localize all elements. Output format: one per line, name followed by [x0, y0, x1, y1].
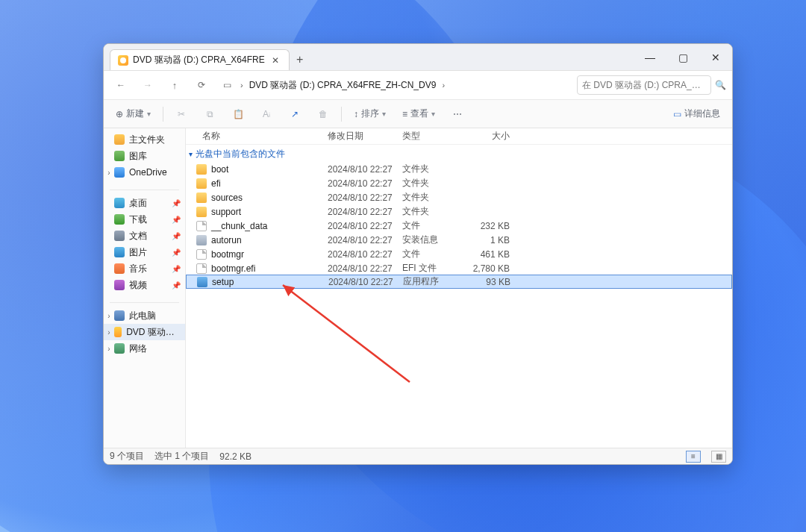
- file-row[interactable]: boot2024/8/10 22:27文件夹: [186, 162, 732, 176]
- details-pane-button[interactable]: ▭ 详细信息: [669, 104, 725, 124]
- up-button[interactable]: ↑: [162, 74, 187, 96]
- sort-button[interactable]: ↕ 排序 ▾: [349, 104, 390, 124]
- file-date: 2024/8/10 22:27: [328, 235, 402, 245]
- details-view-button[interactable]: ≡: [686, 451, 701, 463]
- icons-view-button[interactable]: ▦: [711, 451, 726, 463]
- pin-icon: 📌: [172, 216, 181, 224]
- chevron-right-icon[interactable]: ›: [105, 328, 113, 337]
- sidebar-item-dvd[interactable]: ›DVD 驱动器 (D:) C: [104, 324, 185, 340]
- more-button[interactable]: ⋯: [447, 104, 468, 124]
- file-name: bootmgr: [211, 249, 244, 260]
- file-date: 2024/8/10 22:27: [328, 193, 402, 203]
- file-size: 93 KB: [467, 277, 519, 287]
- file-type: 文件夹: [402, 177, 466, 190]
- copy-button[interactable]: ⧉: [199, 104, 220, 124]
- file-name: setup: [212, 277, 234, 287]
- view-button[interactable]: ≡ 查看 ▾: [398, 104, 440, 124]
- sidebar-item-desktop[interactable]: 桌面📌: [104, 195, 185, 211]
- column-headers: 名称 修改日期 类型 大小: [186, 128, 732, 145]
- file-row[interactable]: bootmgr.efi2024/8/10 22:27EFI 文件2,780 KB: [186, 261, 732, 275]
- tab-title: DVD 驱动器 (D:) CPRA_X64FRE: [133, 54, 265, 66]
- file-icon: [196, 263, 207, 274]
- pin-icon: 📌: [172, 199, 181, 207]
- refresh-button[interactable]: ⟳: [189, 74, 214, 96]
- video-icon: [114, 280, 125, 290]
- maximize-button[interactable]: ▢: [666, 44, 699, 70]
- file-name: support: [211, 207, 241, 217]
- chevron-down-icon[interactable]: ▾: [189, 150, 193, 158]
- file-name: autorun: [211, 235, 242, 245]
- file-icon: [196, 235, 207, 245]
- sidebar-item-home[interactable]: 主文件夹: [104, 131, 185, 148]
- file-list[interactable]: ▾ 光盘中当前包含的文件 boot2024/8/10 22:27文件夹efi20…: [186, 145, 732, 448]
- sidebar-item-downloads[interactable]: 下载📌: [104, 211, 185, 228]
- file-name: __chunk_data: [211, 221, 267, 231]
- file-type: 文件夹: [402, 191, 466, 204]
- file-date: 2024/8/10 22:27: [328, 178, 402, 189]
- col-type[interactable]: 类型: [402, 130, 466, 143]
- rename-button[interactable]: Aᵢ: [256, 104, 277, 124]
- body: 主文件夹 图库 ›OneDrive 桌面📌 下载📌 文档📌 图片📌 音乐📌 视频…: [104, 128, 732, 448]
- sidebar-item-documents[interactable]: 文档📌: [104, 228, 185, 244]
- dvd-icon: [114, 327, 122, 337]
- file-type: EFI 文件: [402, 262, 466, 275]
- chevron-right-icon[interactable]: ›: [105, 169, 113, 177]
- file-row[interactable]: setup2024/8/10 22:27应用程序93 KB: [186, 275, 732, 289]
- sidebar-item-pictures[interactable]: 图片📌: [104, 244, 185, 260]
- search-icon[interactable]: 🔍: [713, 80, 728, 90]
- file-date: 2024/8/10 22:27: [328, 277, 403, 287]
- forward-button[interactable]: →: [135, 74, 160, 96]
- back-button[interactable]: ←: [108, 74, 134, 96]
- file-type: 文件: [402, 248, 466, 260]
- group-header[interactable]: ▾ 光盘中当前包含的文件: [186, 145, 732, 162]
- new-button[interactable]: ⊕ 新建 ▾: [111, 104, 155, 124]
- file-list-area: 名称 修改日期 类型 大小 ▾ 光盘中当前包含的文件 boot2024/8/10…: [186, 128, 732, 448]
- sidebar-item-network[interactable]: ›网络: [104, 340, 185, 357]
- file-row[interactable]: support2024/8/10 22:27文件夹: [186, 204, 732, 219]
- sidebar-item-music[interactable]: 音乐📌: [104, 260, 185, 277]
- file-row[interactable]: __chunk_data2024/8/10 22:27文件232 KB: [186, 219, 732, 233]
- sidebar-item-videos[interactable]: 视频📌: [104, 277, 185, 293]
- pc-icon: [114, 310, 125, 321]
- file-date: 2024/8/10 22:27: [328, 207, 402, 217]
- file-icon: [196, 249, 207, 260]
- sidebar-item-onedrive[interactable]: ›OneDrive: [104, 164, 185, 181]
- minimize-button[interactable]: —: [634, 44, 666, 70]
- share-button[interactable]: ↗: [284, 104, 305, 124]
- file-icon: [197, 277, 207, 287]
- delete-button[interactable]: 🗑: [313, 104, 334, 124]
- search-input[interactable]: 在 DVD 驱动器 (D:) CPRA_X64FRE_ZH: [577, 75, 711, 95]
- screen-icon: ▭: [219, 80, 234, 90]
- close-button[interactable]: ✕: [699, 44, 732, 70]
- file-row[interactable]: autorun2024/8/10 22:27安装信息1 KB: [186, 233, 732, 247]
- document-icon: [114, 231, 125, 241]
- svg-line-0: [283, 285, 410, 382]
- tab[interactable]: DVD 驱动器 (D:) CPRA_X64FRE ✕: [110, 49, 290, 70]
- status-size: 92.2 KB: [219, 451, 252, 462]
- file-row[interactable]: sources2024/8/10 22:27文件夹: [186, 190, 732, 204]
- col-size[interactable]: 大小: [466, 130, 519, 143]
- annotation-arrow: [275, 278, 425, 389]
- sidebar-item-gallery[interactable]: 图库: [104, 148, 185, 164]
- file-icon: [196, 207, 207, 217]
- tab-close-icon[interactable]: ✕: [269, 54, 281, 66]
- file-type: 文件: [402, 219, 466, 232]
- breadcrumb[interactable]: ▭ › DVD 驱动器 (D:) CPRA_X64FRE_ZH-CN_DV9 ›: [216, 75, 575, 96]
- file-row[interactable]: bootmgr2024/8/10 22:27文件461 KB: [186, 247, 732, 261]
- chevron-right-icon[interactable]: ›: [105, 345, 113, 353]
- new-tab-button[interactable]: +: [290, 49, 310, 70]
- status-count: 9 个项目: [110, 450, 144, 463]
- sidebar: 主文件夹 图库 ›OneDrive 桌面📌 下载📌 文档📌 图片📌 音乐📌 视频…: [104, 128, 186, 448]
- paste-button[interactable]: 📋: [228, 104, 249, 124]
- col-date[interactable]: 修改日期: [328, 130, 402, 143]
- cut-button[interactable]: ✂: [171, 104, 192, 124]
- chevron-right-icon[interactable]: ›: [105, 312, 113, 320]
- titlebar: DVD 驱动器 (D:) CPRA_X64FRE ✕ + — ▢ ✕: [104, 44, 732, 70]
- col-name[interactable]: 名称: [186, 130, 328, 143]
- file-row[interactable]: efi2024/8/10 22:27文件夹: [186, 176, 732, 190]
- file-name: boot: [211, 164, 228, 175]
- file-date: 2024/8/10 22:27: [328, 221, 402, 231]
- desktop-icon: [114, 198, 125, 208]
- file-icon: [196, 178, 207, 189]
- sidebar-item-thispc[interactable]: ›此电脑: [104, 307, 185, 324]
